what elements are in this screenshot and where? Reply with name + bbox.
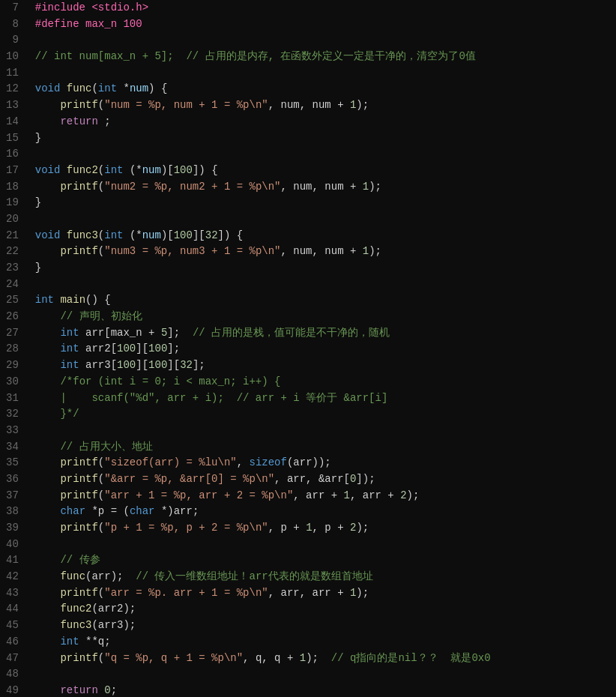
code-line: /*for (int i = 0; i < max_n; i++) { [35, 374, 616, 390]
code-line: int arr[max_n + 5]; // 占用的是栈，值可能是不干净的，随机 [35, 325, 616, 342]
line-number: 8 [6, 16, 19, 33]
line-number: 40 [6, 537, 19, 553]
code-content[interactable]: #include <stdio.h>#define max_n 100 // i… [26, 0, 616, 697]
code-line: void func2(int (*num)[100]) { [35, 163, 616, 179]
code-line: return ; [35, 114, 616, 130]
code-line: | scanf("%d", arr + i); // arr + i 等价于 &… [35, 390, 616, 407]
line-number: 44 [6, 601, 19, 618]
line-number: 16 [6, 146, 19, 163]
code-line: #define max_n 100 [35, 16, 616, 33]
code-line: int **q; [35, 634, 616, 651]
code-line: // 占用大小、地址 [35, 439, 616, 456]
code-line: printf("p + 1 = %p, p + 2 = %p\n", p + 1… [35, 520, 616, 537]
line-number: 49 [6, 683, 19, 697]
line-number: 32 [6, 406, 19, 423]
line-number: 26 [6, 309, 19, 325]
code-line [35, 277, 616, 293]
line-number: 11 [6, 65, 19, 82]
line-number: 42 [6, 569, 19, 585]
code-line: func(arr); // 传入一维数组地址！arr代表的就是数组首地址 [35, 569, 616, 585]
line-number: 28 [6, 341, 19, 357]
line-number: 14 [6, 114, 19, 130]
code-line: // 传参 [35, 552, 616, 569]
code-line: printf("num3 = %p, num3 + 1 = %p\n", num… [35, 244, 616, 260]
line-number: 34 [6, 439, 19, 456]
code-line: printf("arr = %p. arr + 1 = %p\n", arr, … [35, 585, 616, 602]
code-line [35, 666, 616, 683]
code-line: func3(arr3); [35, 618, 616, 634]
code-line: func2(arr2); [35, 601, 616, 618]
line-number: 35 [6, 455, 19, 471]
code-line: #include <stdio.h> [35, 0, 616, 16]
code-line: printf("num = %p, num + 1 = %p\n", num, … [35, 97, 616, 114]
code-line: printf("sizeof(arr) = %lu\n", sizeof(arr… [35, 455, 616, 471]
line-number: 36 [6, 471, 19, 488]
code-line [35, 537, 616, 553]
code-line: void func3(int (*num)[100][32]) { [35, 228, 616, 244]
line-number: 15 [6, 130, 19, 147]
line-number: 41 [6, 552, 19, 569]
code-line: // 声明、初始化 [35, 309, 616, 325]
line-number: 46 [6, 634, 19, 651]
line-number: 18 [6, 179, 19, 196]
code-line: }*/ [35, 406, 616, 423]
line-number: 17 [6, 163, 19, 179]
line-number: 10 [6, 49, 19, 65]
line-number: 38 [6, 504, 19, 520]
line-number: 30 [6, 374, 19, 390]
line-number: 39 [6, 520, 19, 537]
line-number: 37 [6, 488, 19, 504]
line-number: 27 [6, 325, 19, 342]
line-number: 31 [6, 390, 19, 407]
code-line [35, 146, 616, 163]
line-number: 43 [6, 585, 19, 602]
line-numbers: 7891011121314151617181920212223242526272… [0, 0, 26, 697]
line-number: 45 [6, 618, 19, 634]
code-line: char *p = (char *)arr; [35, 504, 616, 520]
code-line [35, 65, 616, 82]
line-number: 48 [6, 666, 19, 683]
code-line: return 0; [35, 683, 616, 697]
code-line: } [35, 130, 616, 147]
code-line: printf("q = %p, q + 1 = %p\n", q, q + 1)… [35, 651, 616, 667]
code-line: printf("&arr = %p, &arr[0] = %p\n", arr,… [35, 471, 616, 488]
code-line: int arr2[100][100]; [35, 341, 616, 357]
code-line: void func(int *num) { [35, 81, 616, 97]
line-number: 19 [6, 195, 19, 211]
line-number: 24 [6, 277, 19, 293]
code-line: printf("num2 = %p, num2 + 1 = %p\n", num… [35, 179, 616, 196]
line-number: 33 [6, 423, 19, 439]
line-number: 9 [6, 32, 19, 49]
line-number: 22 [6, 244, 19, 260]
line-number: 13 [6, 97, 19, 114]
code-line: printf("arr + 1 = %p, arr + 2 = %p\n", a… [35, 488, 616, 504]
code-line: // int num[max_n + 5]; // 占用的是内存, 在函数外定义… [35, 49, 616, 65]
code-line: } [35, 260, 616, 277]
line-number: 7 [6, 0, 19, 16]
code-line: int main() { [35, 292, 616, 309]
code-line: int arr3[100][100][32]; [35, 357, 616, 374]
code-line: } [35, 195, 616, 211]
line-number: 20 [6, 211, 19, 228]
code-line [35, 423, 616, 439]
line-number: 47 [6, 651, 19, 667]
line-number: 23 [6, 260, 19, 277]
line-number: 25 [6, 292, 19, 309]
line-number: 12 [6, 81, 19, 97]
code-line [35, 32, 616, 49]
line-number: 29 [6, 357, 19, 374]
code-line [35, 211, 616, 228]
code-editor: 7891011121314151617181920212223242526272… [0, 0, 616, 697]
line-number: 21 [6, 228, 19, 244]
